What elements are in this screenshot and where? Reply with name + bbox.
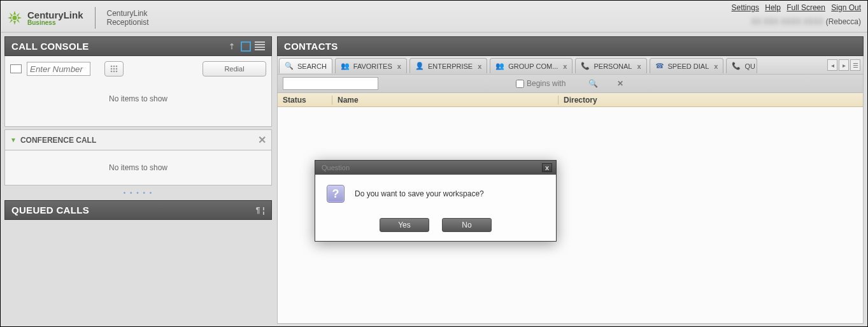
col-directory[interactable]: Directory bbox=[559, 96, 863, 105]
tab-favorites[interactable]: 👥 FAVORITES x bbox=[335, 58, 407, 73]
user-display: XX XXX XXXX XXXX (Rebecca) bbox=[751, 17, 861, 26]
column-headers: Status Name Directory bbox=[278, 93, 863, 107]
call-console-header: CALL CONSOLE ⇡ bbox=[4, 36, 272, 56]
help-link[interactable]: Help bbox=[765, 3, 781, 12]
tab-close-icon[interactable]: x bbox=[397, 62, 401, 70]
settings-link[interactable]: Settings bbox=[732, 3, 759, 12]
personal-icon: 📞 bbox=[581, 62, 590, 70]
dialog-close-icon[interactable]: x bbox=[542, 163, 552, 172]
tab-close-icon[interactable]: x bbox=[714, 62, 718, 70]
top-links: Settings Help Full Screen Sign Out bbox=[728, 3, 861, 12]
redial-button[interactable]: Redial bbox=[203, 61, 266, 76]
queue-icon: 📞 bbox=[732, 62, 741, 70]
filter-input[interactable] bbox=[283, 77, 378, 90]
call-console-title: CALL CONSOLE bbox=[11, 41, 89, 52]
conference-body: No items to show bbox=[4, 150, 272, 185]
call-console-body: Redial No items to show bbox=[4, 56, 272, 127]
queued-calls-header: QUEUED CALLS ¶ ¦ bbox=[4, 200, 272, 220]
dial-number-input[interactable] bbox=[27, 62, 90, 76]
clear-filter-icon[interactable]: ✕ bbox=[617, 79, 623, 88]
tab-scroll-left[interactable]: ◂ bbox=[827, 59, 837, 71]
question-dialog: Question x ? Do you want to save your wo… bbox=[315, 160, 557, 242]
begins-with-option[interactable]: Begins with bbox=[516, 79, 566, 88]
user-name-blurred: XX XXX XXXX XXXX bbox=[751, 17, 825, 26]
no-button[interactable]: No bbox=[442, 218, 492, 232]
tab-close-icon[interactable]: x bbox=[478, 62, 481, 70]
collapse-icon[interactable]: ▼ bbox=[10, 136, 17, 143]
filter-row: Begins with 🔍 ✕ bbox=[278, 74, 863, 93]
call-list-icon[interactable] bbox=[255, 41, 265, 52]
conference-header[interactable]: ▼ CONFERENCE CALL ✕ bbox=[4, 129, 272, 150]
tab-enterprise[interactable]: 👤 ENTERPRISE x bbox=[409, 58, 487, 73]
brand-divider bbox=[95, 7, 96, 29]
queued-calls-title: QUEUED CALLS bbox=[11, 205, 89, 215]
svg-point-0 bbox=[13, 15, 17, 20]
search-icon: 🔍 bbox=[285, 62, 294, 70]
conference-empty: No items to show bbox=[109, 163, 167, 172]
col-name[interactable]: Name bbox=[332, 96, 559, 105]
signout-link[interactable]: Sign Out bbox=[831, 3, 861, 12]
tab-menu-button[interactable]: ☰ bbox=[850, 59, 860, 71]
contacts-tabstrip: 🔍 SEARCH 👥 FAVORITES x 👤 ENTERPRISE x 👥 … bbox=[278, 56, 863, 74]
call-console-empty: No items to show bbox=[10, 76, 266, 121]
col-status[interactable]: Status bbox=[278, 96, 332, 105]
tab-close-icon[interactable]: x bbox=[563, 62, 567, 70]
tab-queues[interactable]: 📞 QU bbox=[726, 58, 757, 73]
enterprise-icon: 👤 bbox=[415, 62, 424, 70]
favorites-icon: 👥 bbox=[341, 62, 350, 70]
svg-point-1 bbox=[111, 66, 113, 68]
product-name: CenturyLink Receptionist bbox=[107, 9, 149, 27]
question-icon: ? bbox=[327, 185, 345, 203]
brand-block: CenturyLink Business CenturyLink Recepti… bbox=[6, 4, 149, 29]
resize-handle[interactable]: • • • • • bbox=[4, 188, 272, 198]
fullscreen-link[interactable]: Full Screen bbox=[786, 3, 825, 12]
contacts-title: CONTACTS bbox=[284, 41, 338, 52]
centurylink-logo-icon bbox=[6, 9, 24, 27]
svg-point-9 bbox=[116, 71, 118, 73]
conference-title: CONFERENCE CALL bbox=[20, 136, 96, 145]
yes-button[interactable]: Yes bbox=[380, 218, 429, 232]
conference-close-icon[interactable]: ✕ bbox=[258, 134, 266, 146]
queued-options-icon[interactable]: ¶ ¦ bbox=[256, 206, 265, 215]
svg-point-8 bbox=[113, 71, 115, 73]
tab-search[interactable]: 🔍 SEARCH bbox=[279, 58, 332, 73]
tab-speeddial[interactable]: ☎ SPEED DIAL x bbox=[650, 58, 724, 73]
search-icon[interactable]: 🔍 bbox=[588, 79, 598, 88]
contacts-header: CONTACTS bbox=[277, 36, 864, 56]
svg-point-6 bbox=[116, 68, 118, 70]
begins-with-checkbox[interactable] bbox=[516, 80, 524, 88]
tab-personal[interactable]: 📞 PERSONAL x bbox=[575, 58, 646, 73]
svg-point-7 bbox=[111, 71, 113, 73]
dialog-message: Do you want to save your workspace? bbox=[355, 189, 484, 198]
tab-nav: ◂ ▸ ☰ bbox=[825, 59, 863, 71]
transfer-up-icon[interactable]: ⇡ bbox=[227, 41, 237, 52]
phonebook-icon[interactable] bbox=[10, 64, 22, 73]
svg-point-5 bbox=[113, 68, 115, 70]
svg-point-3 bbox=[116, 66, 118, 68]
speeddial-icon: ☎ bbox=[655, 62, 664, 70]
svg-point-2 bbox=[113, 66, 115, 68]
tab-scroll-right[interactable]: ▸ bbox=[839, 59, 849, 71]
dialog-title: Question bbox=[322, 164, 350, 171]
svg-point-4 bbox=[111, 68, 113, 70]
tab-group[interactable]: 👥 GROUP COM... x bbox=[490, 58, 573, 73]
contact-card-icon[interactable] bbox=[241, 41, 251, 52]
group-icon: 👥 bbox=[495, 62, 504, 70]
tab-close-icon[interactable]: x bbox=[637, 62, 641, 70]
top-bar: CenturyLink Business CenturyLink Recepti… bbox=[1, 1, 867, 33]
brand-name: CenturyLink bbox=[27, 10, 83, 20]
dialpad-button[interactable] bbox=[104, 61, 124, 76]
dialog-titlebar[interactable]: Question x bbox=[315, 161, 556, 175]
